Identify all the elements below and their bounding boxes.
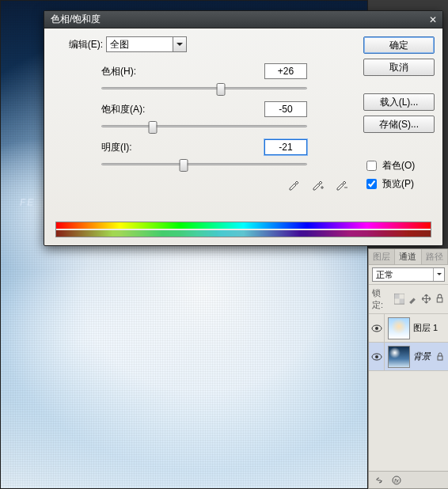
dialog-titlebar[interactable]: 色相/饱和度 ✕ <box>44 11 442 28</box>
svg-point-7 <box>375 355 378 358</box>
ok-button[interactable]: 确定 <box>363 36 435 54</box>
tab-channels[interactable]: 通道 <box>395 249 421 264</box>
lock-all-icon[interactable] <box>435 294 445 305</box>
svg-rect-0 <box>394 294 400 299</box>
link-layers-icon[interactable] <box>374 475 385 486</box>
blend-mode-combo[interactable]: 正常 <box>372 267 445 282</box>
hue-slider-thumb[interactable] <box>216 83 225 96</box>
colorize-label: 着色(O) <box>382 159 415 172</box>
saturation-slider[interactable] <box>101 120 307 131</box>
layer-row[interactable]: 图层 1 <box>369 314 448 343</box>
eye-icon <box>371 353 382 361</box>
preview-checkbox[interactable]: 预览(P) <box>363 176 435 191</box>
lightness-label: 明度(I): <box>101 141 173 154</box>
edit-combo-value[interactable] <box>106 36 173 52</box>
layer-row[interactable]: 背景 <box>369 343 448 371</box>
visibility-toggle[interactable] <box>369 343 385 370</box>
eyedropper-add-icon[interactable] <box>309 177 325 191</box>
eyedropper-subtract-icon[interactable] <box>333 177 349 191</box>
edit-combo-dropdown[interactable] <box>173 36 187 52</box>
close-icon: ✕ <box>429 14 437 25</box>
lock-move-icon[interactable] <box>421 294 431 305</box>
colorize-checkbox[interactable]: 着色(O) <box>363 158 435 173</box>
hue-label: 色相(H): <box>101 65 173 78</box>
close-button[interactable]: ✕ <box>427 13 439 26</box>
lock-paint-icon[interactable] <box>408 294 418 305</box>
tab-layers[interactable]: 图层 <box>369 249 395 264</box>
saturation-label: 饱和度(A): <box>101 103 173 116</box>
layer-thumbnail[interactable] <box>388 346 410 368</box>
layer-name[interactable]: 图层 1 <box>413 322 448 334</box>
lock-transparency-icon[interactable] <box>394 294 404 305</box>
dialog-title: 色相/饱和度 <box>51 13 101 26</box>
chevron-down-icon <box>177 43 183 49</box>
layer-name[interactable]: 背景 <box>413 351 435 362</box>
hue-saturation-dialog: 色相/饱和度 ✕ 编辑(E): 色相(H): <box>44 10 443 246</box>
layer-thumbnail[interactable] <box>388 317 410 339</box>
layer-effects-icon[interactable]: fx <box>391 475 402 486</box>
watermark: FE <box>20 197 35 208</box>
eye-icon <box>371 324 382 332</box>
hue-input[interactable] <box>264 63 307 79</box>
lock-icon <box>435 352 448 362</box>
load-button[interactable]: 载入(L)... <box>363 93 435 111</box>
visibility-toggle[interactable] <box>369 314 385 342</box>
preview-checkbox-input[interactable] <box>366 179 377 189</box>
colorize-checkbox-input[interactable] <box>366 161 377 171</box>
blend-mode-value: 正常 <box>373 269 433 281</box>
eyedropper-icon[interactable] <box>286 177 302 191</box>
svg-rect-3 <box>437 298 442 302</box>
hue-slider[interactable] <box>101 82 307 93</box>
edit-label: 编辑(E): <box>55 38 103 51</box>
svg-rect-1 <box>399 299 404 305</box>
layers-panel: 图层 通道 路径 正常 锁定: 图层 1 <box>368 248 448 489</box>
svg-rect-8 <box>438 356 442 360</box>
svg-point-5 <box>375 327 378 330</box>
saturation-slider-thumb[interactable] <box>149 121 158 134</box>
saturation-input[interactable] <box>264 101 307 117</box>
svg-text:fx: fx <box>394 477 400 484</box>
preview-label: 预览(P) <box>382 177 414 191</box>
lightness-slider-thumb[interactable] <box>180 159 188 172</box>
hue-spectrum <box>55 222 431 237</box>
lock-label: 锁定: <box>372 287 391 311</box>
cancel-button[interactable]: 取消 <box>363 59 435 76</box>
chevron-down-icon <box>437 273 442 278</box>
edit-combo[interactable] <box>106 36 187 52</box>
lightness-input[interactable] <box>264 139 307 155</box>
tab-paths[interactable]: 路径 <box>422 249 448 264</box>
save-button[interactable]: 存储(S)... <box>363 116 435 133</box>
lightness-slider[interactable] <box>101 158 307 169</box>
